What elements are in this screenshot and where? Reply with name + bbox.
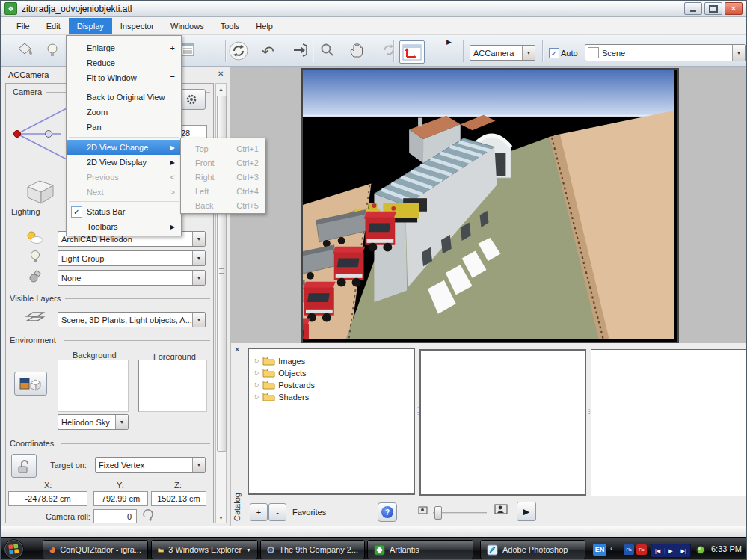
tree-item-postcards[interactable]: ▷ Postcards bbox=[255, 379, 315, 390]
expander-icon[interactable]: ▷ bbox=[255, 381, 259, 388]
start-button[interactable] bbox=[4, 539, 24, 560]
taskbar-item-conquiztador[interactable]: ConQUIZtador - igra... bbox=[43, 540, 148, 559]
preview-viewport[interactable] bbox=[301, 68, 679, 343]
camera-roll-input[interactable]: 0 bbox=[93, 509, 137, 523]
menu-inspector[interactable]: Inspector bbox=[112, 18, 162, 34]
menu-item-zoom[interactable]: Zoom bbox=[67, 105, 180, 120]
2d-view-button[interactable] bbox=[399, 40, 425, 64]
previous-track-icon[interactable]: |◀ bbox=[651, 548, 665, 554]
submenu-item-top: Top Ctrl+1 bbox=[182, 141, 264, 156]
environment-button[interactable] bbox=[14, 372, 47, 396]
menu-item-label: 2D View Change bbox=[87, 143, 148, 152]
pan-hand-icon[interactable] bbox=[347, 40, 366, 60]
menu-tools[interactable]: Tools bbox=[212, 18, 248, 34]
target-on-select[interactable]: Fixed Vertex ▼ bbox=[95, 457, 206, 473]
menu-item-pan[interactable]: Pan bbox=[67, 120, 180, 135]
panel-close-icon[interactable]: ✕ bbox=[218, 70, 224, 78]
menu-display[interactable]: Display bbox=[69, 18, 112, 34]
tree-item-shaders[interactable]: ▷ Shaders bbox=[255, 391, 309, 402]
x-value[interactable]: -2478.62 cm bbox=[8, 491, 87, 506]
tray-status-icon[interactable] bbox=[695, 544, 706, 555]
menu-file[interactable]: File bbox=[8, 18, 38, 34]
chevron-down-icon[interactable]: ▼ bbox=[192, 271, 205, 285]
catalog-tree[interactable]: ▷ Images ▷ Objects ▷ Postcards ▷ Shaders bbox=[248, 348, 415, 495]
add-favorite-button[interactable]: + bbox=[250, 503, 268, 521]
menu-item-reduce[interactable]: Reduce - bbox=[67, 55, 180, 70]
scroll-down-icon[interactable]: ▼ bbox=[216, 512, 226, 523]
help-button[interactable]: ? bbox=[378, 502, 397, 522]
chevron-down-icon[interactable]: ▼ bbox=[522, 46, 535, 60]
play-track-icon[interactable]: ▶ bbox=[665, 548, 677, 554]
menu-windows[interactable]: Windows bbox=[162, 18, 212, 34]
expander-icon[interactable]: ▷ bbox=[255, 369, 259, 376]
menu-help[interactable]: Help bbox=[248, 18, 281, 34]
menu-shortcut: Ctrl+4 bbox=[223, 187, 259, 196]
menu-item-enlarge[interactable]: Enlarge + bbox=[67, 40, 180, 55]
tree-item-label: Postcards bbox=[278, 381, 315, 390]
undo-icon[interactable]: ↶ bbox=[262, 43, 274, 61]
chevron-down-icon[interactable]: ▼ bbox=[732, 45, 745, 61]
perspective-cube-icon[interactable] bbox=[22, 177, 56, 207]
tray-app-blue-icon[interactable]: Ffa bbox=[624, 544, 634, 555]
background-preview[interactable] bbox=[58, 360, 129, 412]
chevron-down-icon[interactable]: ▼ bbox=[192, 251, 205, 265]
expander-icon[interactable]: ▷ bbox=[255, 357, 259, 364]
taskbar-item-9th-company[interactable]: The 9th Company 2... bbox=[260, 540, 365, 559]
menu-item-label: 2D View Display bbox=[87, 158, 147, 167]
toolbar-overflow-arrow-icon[interactable]: ▶ bbox=[446, 38, 452, 46]
chevron-down-icon[interactable]: ▼ bbox=[192, 232, 205, 246]
chevron-down-icon[interactable]: ▼ bbox=[115, 415, 128, 429]
chevron-down-icon[interactable]: ▼ bbox=[192, 313, 205, 327]
tray-collapse-icon[interactable]: ‹ bbox=[610, 544, 612, 553]
menu-item-2d-view-change[interactable]: 2D View Change ▶ bbox=[67, 140, 180, 155]
catalog-close-icon[interactable]: ✕ bbox=[234, 346, 240, 354]
layers-select[interactable]: Scene, 3D Plants, Light objects, A... ▼ bbox=[58, 312, 206, 327]
menu-edit[interactable]: Edit bbox=[38, 18, 69, 34]
tree-item-objects[interactable]: ▷ Objects bbox=[255, 367, 306, 378]
light-group-select[interactable]: Light Group ▼ bbox=[58, 250, 206, 266]
media-controls[interactable]: |◀ ▶ ▶| bbox=[651, 544, 691, 558]
menu-item-fit-to-window[interactable]: Fit to Window = bbox=[67, 70, 180, 85]
chevron-down-icon[interactable]: ▼ bbox=[246, 547, 251, 553]
roll-rotate-icon[interactable] bbox=[141, 508, 155, 523]
shader-bucket-icon[interactable] bbox=[16, 41, 35, 59]
scroll-up-icon[interactable]: ▲ bbox=[216, 84, 226, 94]
foreground-preview[interactable] bbox=[138, 360, 207, 412]
submenu-item-left: Left Ctrl+4 bbox=[182, 184, 264, 199]
remove-favorite-button[interactable]: - bbox=[268, 503, 286, 521]
play-button[interactable]: ▶ bbox=[517, 502, 536, 521]
catalog-preview-pane[interactable] bbox=[591, 349, 747, 496]
exit-view-icon[interactable] bbox=[292, 42, 308, 58]
zoom-tool-icon[interactable] bbox=[320, 43, 335, 58]
catalog-list-pane[interactable] bbox=[419, 349, 586, 496]
auto-checkbox[interactable]: ✓ bbox=[549, 48, 559, 58]
rotate-view-icon[interactable] bbox=[227, 40, 250, 62]
taskbar-item-photoshop[interactable]: Adobe Photoshop bbox=[480, 540, 585, 559]
taskbar-item-artlantis[interactable]: Artlantis bbox=[367, 540, 473, 559]
inspector-panel-icon[interactable] bbox=[180, 42, 195, 57]
menu-item-2d-view-display[interactable]: 2D View Display ▶ bbox=[67, 155, 180, 170]
y-value[interactable]: 792.99 cm bbox=[93, 491, 148, 506]
maximize-button[interactable] bbox=[704, 2, 722, 15]
menu-item-toolbars[interactable]: Toolbars ▶ bbox=[67, 219, 180, 234]
camera-select[interactable]: ACCamera ▼ bbox=[470, 45, 535, 61]
chevron-down-icon[interactable]: ▼ bbox=[192, 458, 205, 472]
light-icon[interactable] bbox=[44, 42, 61, 58]
expander-icon[interactable]: ▷ bbox=[255, 393, 259, 400]
tray-app-red-icon[interactable]: Ffo bbox=[636, 544, 647, 555]
tree-item-images[interactable]: ▷ Images bbox=[255, 355, 305, 366]
scene-select[interactable]: Scene ▼ bbox=[585, 44, 746, 61]
taskbar-item-explorer-group[interactable]: 3 Windows Explorer ▼ bbox=[151, 540, 258, 559]
next-track-icon[interactable]: ▶| bbox=[677, 548, 690, 554]
z-value[interactable]: 1502.13 cm bbox=[151, 491, 206, 506]
sky-select[interactable]: Heliodon Sky ▼ bbox=[58, 414, 129, 430]
shader-select[interactable]: None ▼ bbox=[58, 270, 206, 286]
close-button[interactable]: ✕ bbox=[725, 2, 743, 15]
language-indicator[interactable]: EN bbox=[593, 544, 606, 556]
slider-thumb[interactable] bbox=[434, 506, 442, 520]
minimize-button[interactable] bbox=[684, 2, 702, 15]
menu-item-back-to-original-view[interactable]: Back to Original View bbox=[67, 90, 180, 105]
menu-item-status-bar[interactable]: ✓ Status Bar bbox=[67, 204, 180, 219]
small-thumbnail-icon bbox=[418, 506, 428, 516]
lock-button[interactable] bbox=[11, 454, 37, 478]
